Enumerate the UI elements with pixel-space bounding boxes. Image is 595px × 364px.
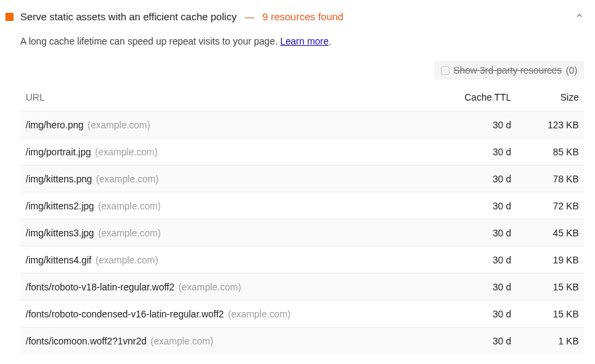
status-chip-warn-icon: [5, 13, 14, 21]
resource-path[interactable]: /fonts/roboto-v18-latin-regular.woff2: [26, 282, 174, 292]
audit-title: Serve static assets with an efficient ca…: [20, 11, 237, 22]
cell-url: /img/portrait.jpg(example.com): [20, 138, 435, 165]
cell-size: 45 KB: [517, 219, 584, 246]
audit-summary: 9 resources found: [262, 11, 343, 22]
chevron-up-icon[interactable]: [575, 11, 584, 22]
third-party-checkbox[interactable]: [441, 66, 450, 75]
cell-url: /img/kittens.png(example.com): [20, 165, 435, 192]
third-party-toggle[interactable]: Show 3rd-party resources (0): [434, 61, 584, 80]
cell-ttl: 30 d: [435, 165, 517, 192]
resource-path[interactable]: /fonts/roboto-condensed-v16-latin-regula…: [26, 309, 224, 319]
cell-ttl: 30 d: [435, 246, 517, 274]
resource-path[interactable]: /img/portrait.jpg: [26, 147, 91, 157]
cell-size: 78 KB: [517, 165, 584, 192]
cell-ttl: 30 d: [435, 274, 517, 301]
col-header-size[interactable]: Size: [517, 84, 584, 111]
cell-url: /fonts/roboto-v18-latin-regular.woff2(ex…: [20, 274, 435, 301]
col-header-url[interactable]: URL: [20, 84, 435, 111]
resource-path[interactable]: /img/kittens4.gif: [26, 255, 91, 265]
cell-url: /img/kittens4.gif(example.com): [20, 246, 435, 274]
table-row[interactable]: /img/hero.png(example.com)30 d123 KB: [20, 111, 584, 138]
cell-size: 123 KB: [517, 111, 584, 138]
cell-size: 15 KB: [517, 274, 584, 301]
table-row[interactable]: /img/kittens.png(example.com)30 d78 KB: [20, 165, 584, 192]
table-row[interactable]: /img/kittens3.jpg(example.com)30 d45 KB: [20, 219, 584, 246]
cell-ttl: 30 d: [435, 111, 517, 138]
resource-origin: (example.com): [151, 336, 214, 346]
resource-origin: (example.com): [96, 174, 159, 184]
cell-size: 1 KB: [517, 328, 584, 355]
resource-origin: (example.com): [95, 147, 158, 157]
cell-size: 85 KB: [517, 138, 584, 165]
learn-more-link[interactable]: Learn more: [280, 36, 329, 47]
cell-url: /fonts/roboto-condensed-v16-latin-regula…: [20, 301, 435, 328]
resource-origin: (example.com): [98, 228, 161, 238]
resource-path[interactable]: /fonts/icomoon.woff2?1vnr2d: [26, 336, 147, 346]
audit-description: A long cache lifetime can speed up repea…: [3, 22, 584, 61]
resource-origin: (example.com): [228, 309, 291, 319]
cell-url: /img/hero.png(example.com): [20, 111, 435, 138]
table-row[interactable]: /fonts/icomoon.woff2?1vnr2d(example.com)…: [20, 328, 584, 355]
cell-ttl: 30 d: [435, 328, 517, 355]
cell-size: 72 KB: [517, 192, 584, 219]
table-row[interactable]: /img/portrait.jpg(example.com)30 d85 KB: [20, 138, 584, 165]
resource-path[interactable]: /img/kittens2.jpg: [26, 201, 94, 211]
resources-table-wrap: URL Cache TTL Size /img/hero.png(example…: [3, 84, 584, 355]
cell-ttl: 30 d: [435, 138, 517, 165]
table-row[interactable]: /img/kittens4.gif(example.com)30 d19 KB: [20, 246, 584, 274]
table-row[interactable]: /img/kittens2.jpg(example.com)30 d72 KB: [20, 192, 584, 219]
resource-origin: (example.com): [95, 255, 158, 265]
col-header-ttl[interactable]: Cache TTL: [435, 84, 517, 111]
resource-path[interactable]: /img/kittens.png: [26, 174, 92, 184]
third-party-label: Show 3rd-party resources: [454, 65, 562, 76]
resource-origin: (example.com): [98, 201, 161, 211]
description-period: .: [329, 36, 331, 47]
table-toolbar: Show 3rd-party resources (0): [3, 61, 584, 80]
cell-ttl: 30 d: [435, 192, 517, 219]
cell-url: /fonts/icomoon.woff2?1vnr2d(example.com): [20, 328, 435, 355]
resource-path[interactable]: /img/hero.png: [26, 120, 84, 130]
audit-panel: Serve static assets with an efficient ca…: [0, 0, 595, 360]
cell-size: 19 KB: [517, 246, 584, 274]
audit-header[interactable]: Serve static assets with an efficient ca…: [3, 11, 584, 22]
cell-url: /img/kittens2.jpg(example.com): [20, 192, 435, 219]
table-header-row: URL Cache TTL Size: [20, 84, 584, 111]
table-row[interactable]: /fonts/roboto-v18-latin-regular.woff2(ex…: [20, 274, 584, 301]
resource-path[interactable]: /img/kittens3.jpg: [26, 228, 94, 238]
cell-url: /img/kittens3.jpg(example.com): [20, 219, 435, 246]
cell-ttl: 30 d: [435, 219, 517, 246]
cell-ttl: 30 d: [435, 301, 517, 328]
resources-table: URL Cache TTL Size /img/hero.png(example…: [20, 84, 584, 355]
resource-origin: (example.com): [88, 120, 151, 130]
resource-origin: (example.com): [178, 282, 241, 292]
cell-size: 15 KB: [517, 301, 584, 328]
table-row[interactable]: /fonts/roboto-condensed-v16-latin-regula…: [20, 301, 584, 328]
description-text: A long cache lifetime can speed up repea…: [20, 36, 280, 47]
summary-dash: —: [245, 11, 254, 22]
third-party-count: (0): [566, 65, 577, 76]
